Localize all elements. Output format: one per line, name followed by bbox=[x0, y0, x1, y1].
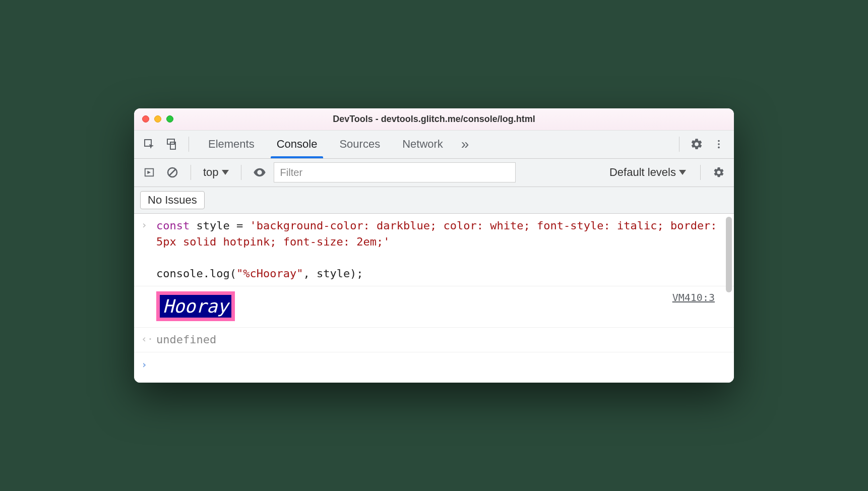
svg-line-8 bbox=[169, 169, 175, 175]
code-text: style = bbox=[190, 219, 250, 232]
filter-input[interactable] bbox=[274, 162, 516, 182]
console-output: › const style = 'background-color: darkb… bbox=[134, 214, 734, 383]
log-levels-selector[interactable]: Default levels bbox=[604, 166, 691, 179]
input-chevron-icon: › bbox=[141, 218, 151, 231]
console-toolbar: top Default levels bbox=[134, 159, 734, 187]
settings-icon[interactable] bbox=[688, 135, 706, 153]
console-input-row[interactable]: › const style = 'background-color: darkb… bbox=[134, 214, 734, 287]
styled-log-output: Hooray bbox=[156, 291, 235, 321]
console-log-row: Hooray VM410:3 bbox=[134, 286, 734, 328]
svg-point-5 bbox=[718, 147, 720, 149]
main-toolbar: Elements Console Sources Network » bbox=[134, 131, 734, 159]
code-text: console.log( bbox=[156, 267, 236, 280]
divider bbox=[191, 165, 191, 180]
chevron-down-icon bbox=[222, 170, 229, 175]
console-prompt-row[interactable]: › bbox=[134, 352, 734, 383]
window-title: DevTools - devtools.glitch.me/console/lo… bbox=[134, 114, 734, 125]
scrollbar[interactable] bbox=[726, 217, 732, 292]
code-string: "%cHooray" bbox=[236, 267, 303, 280]
console-prompt-input[interactable] bbox=[156, 357, 727, 371]
levels-label: Default levels bbox=[609, 166, 676, 179]
panel-tabs: Elements Console Sources Network » bbox=[197, 131, 476, 158]
console-sidebar-toggle-icon[interactable] bbox=[140, 163, 158, 181]
inspect-element-icon[interactable] bbox=[140, 135, 158, 153]
clear-console-icon[interactable] bbox=[163, 163, 181, 181]
more-tabs-icon[interactable]: » bbox=[454, 131, 476, 158]
issues-bar: No Issues bbox=[134, 187, 734, 214]
chevron-down-icon bbox=[679, 170, 686, 175]
device-toolbar-icon[interactable] bbox=[162, 135, 180, 153]
devtools-window: DevTools - devtools.glitch.me/console/lo… bbox=[134, 108, 734, 383]
titlebar: DevTools - devtools.glitch.me/console/lo… bbox=[134, 108, 734, 131]
divider bbox=[189, 137, 189, 152]
source-link[interactable]: VM410:3 bbox=[672, 291, 715, 303]
svg-point-3 bbox=[718, 140, 720, 142]
code-keyword: const bbox=[156, 219, 190, 232]
return-value: undefined bbox=[156, 332, 722, 348]
divider bbox=[700, 165, 701, 180]
tab-console[interactable]: Console bbox=[266, 131, 329, 158]
console-code: const style = 'background-color: darkblu… bbox=[156, 218, 722, 282]
svg-point-4 bbox=[718, 143, 720, 145]
return-chevron-icon: ‹· bbox=[141, 332, 151, 345]
code-text: , style); bbox=[303, 267, 363, 280]
tab-elements[interactable]: Elements bbox=[197, 131, 266, 158]
kebab-menu-icon[interactable] bbox=[710, 135, 728, 153]
issues-badge[interactable]: No Issues bbox=[140, 191, 205, 209]
context-selector[interactable]: top bbox=[200, 164, 232, 181]
maximize-icon[interactable] bbox=[166, 115, 173, 122]
minimize-icon[interactable] bbox=[154, 115, 161, 122]
console-return-row: ‹· undefined bbox=[134, 328, 734, 352]
tab-network[interactable]: Network bbox=[391, 131, 454, 158]
console-settings-icon[interactable] bbox=[710, 163, 728, 181]
traffic-lights bbox=[142, 115, 173, 122]
divider bbox=[241, 165, 241, 180]
divider bbox=[679, 137, 679, 152]
context-label: top bbox=[203, 166, 219, 179]
tab-sources[interactable]: Sources bbox=[328, 131, 391, 158]
close-icon[interactable] bbox=[142, 115, 149, 122]
live-expression-icon[interactable] bbox=[251, 163, 269, 181]
prompt-chevron-icon: › bbox=[141, 357, 151, 371]
